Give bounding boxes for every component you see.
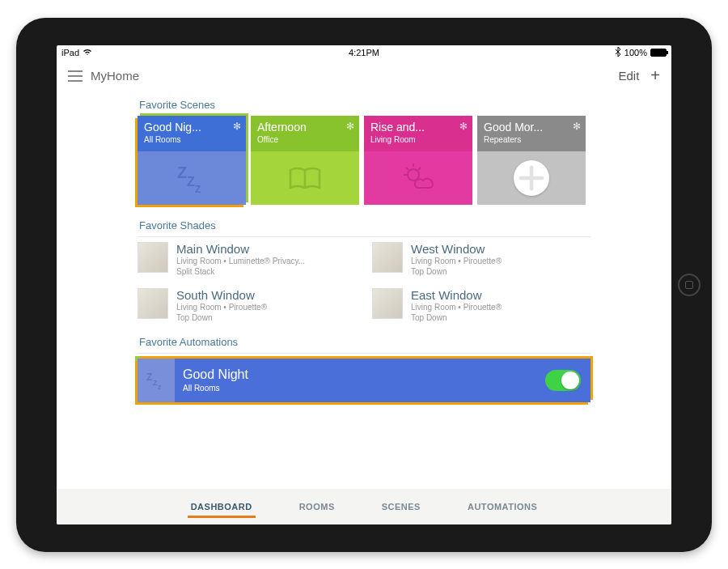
svg-text:Z: Z xyxy=(195,184,201,195)
scene-name: Afternoon xyxy=(257,121,353,134)
scene-name: Rise and... xyxy=(370,121,466,134)
tab-dashboard[interactable]: DASHBOARD xyxy=(188,490,256,523)
screen: iPad 4:21PM 100% MyHome Edit + xyxy=(57,45,671,524)
scene-room: Living Room xyxy=(370,135,466,144)
svg-line-7 xyxy=(418,168,421,170)
shade-name: South Window xyxy=(176,288,267,302)
scene-icon-area xyxy=(477,151,586,205)
automation-room: All Rooms xyxy=(183,384,545,393)
shade-meta: Split Stack xyxy=(176,266,305,277)
automation-row[interactable]: Z Z Z Good Night All Rooms xyxy=(138,359,590,402)
divider xyxy=(138,353,590,354)
shade-name: West Window xyxy=(411,242,502,256)
shade-meta: Living Room • Pirouette® xyxy=(411,302,502,312)
battery-icon xyxy=(650,49,667,57)
scene-room: Office xyxy=(257,135,353,144)
shade-item[interactable]: Main Window Living Room • Luminette® Pri… xyxy=(138,242,356,277)
scene-name: Good Nig... xyxy=(144,121,239,134)
ipad-home-button[interactable] xyxy=(678,274,700,296)
device-label: iPad xyxy=(61,48,79,57)
svg-text:Z: Z xyxy=(177,163,187,181)
automations-section-title: Favorite Automations xyxy=(139,336,590,348)
scene-room: Repeaters xyxy=(484,135,579,144)
menu-icon[interactable] xyxy=(68,70,83,82)
shades-grid: Main Window Living Room • Luminette® Pri… xyxy=(138,242,590,323)
shade-name: East Window xyxy=(411,288,502,302)
shade-meta: Living Room • Pirouette® xyxy=(176,302,267,312)
book-icon xyxy=(286,159,324,197)
scene-room: All Rooms xyxy=(144,135,239,144)
add-button[interactable]: + xyxy=(650,66,660,85)
svg-text:Z: Z xyxy=(187,175,195,189)
shade-meta: Top Down xyxy=(176,312,267,323)
shade-thumbnail xyxy=(138,288,168,319)
scene-icon-area: Z Z Z xyxy=(138,151,246,205)
shade-meta: Top Down xyxy=(411,266,502,277)
content-scroll[interactable]: Favorite Scenes Good Nig... All Rooms ✻ … xyxy=(57,92,671,489)
svg-line-6 xyxy=(406,168,408,170)
shade-meta: Living Room • Luminette® Privacy... xyxy=(176,256,305,266)
scene-name: Good Mor... xyxy=(484,121,579,134)
scene-card-good-night[interactable]: Good Nig... All Rooms ✻ Z Z Z xyxy=(138,116,246,205)
edit-button[interactable]: Edit xyxy=(618,69,639,83)
automation-toggle[interactable] xyxy=(545,370,581,391)
gear-icon[interactable]: ✻ xyxy=(233,121,241,132)
svg-text:Z: Z xyxy=(146,372,152,383)
sleep-icon: Z Z Z xyxy=(172,159,211,197)
battery-percent: 100% xyxy=(624,48,647,57)
divider xyxy=(138,236,590,237)
status-bar: iPad 4:21PM 100% xyxy=(57,45,671,60)
gear-icon[interactable]: ✻ xyxy=(346,121,354,132)
svg-text:Z: Z xyxy=(158,384,162,390)
scene-icon-area xyxy=(251,151,359,205)
shade-item[interactable]: South Window Living Room • Pirouette® To… xyxy=(138,288,356,323)
shade-meta: Living Room • Pirouette® xyxy=(411,256,502,266)
scene-card-afternoon[interactable]: Afternoon Office ✻ xyxy=(251,116,359,205)
scene-icon-area xyxy=(364,151,472,205)
wifi-icon xyxy=(83,48,92,57)
bluetooth-icon xyxy=(615,47,621,58)
shade-thumbnail xyxy=(138,242,168,273)
page-title: MyHome xyxy=(91,69,139,83)
gear-icon[interactable]: ✻ xyxy=(459,121,468,132)
shade-thumbnail xyxy=(372,242,403,273)
shade-thumbnail xyxy=(372,288,403,319)
shade-item[interactable]: East Window Living Room • Pirouette® Top… xyxy=(372,288,590,323)
tab-scenes[interactable]: SCENES xyxy=(379,490,424,523)
shades-section-title: Favorite Shades xyxy=(139,219,590,231)
clock: 4:21PM xyxy=(263,48,464,57)
tab-rooms[interactable]: ROOMS xyxy=(296,490,338,523)
scene-card-rise-and-shine[interactable]: Rise and... Living Room ✻ xyxy=(364,116,472,205)
automation-name: Good Night xyxy=(183,367,545,382)
shade-name: Main Window xyxy=(176,242,305,256)
plus-circle-icon xyxy=(514,160,549,196)
scene-card-good-morning[interactable]: Good Mor... Repeaters ✻ xyxy=(477,116,586,205)
shade-item[interactable]: West Window Living Room • Pirouette® Top… xyxy=(372,242,590,277)
ipad-frame: iPad 4:21PM 100% MyHome Edit + xyxy=(16,18,712,552)
tab-automations[interactable]: AUTOMATIONS xyxy=(464,490,540,523)
automation-thumbnail: Z Z Z xyxy=(138,359,175,402)
gear-icon[interactable]: ✻ xyxy=(573,121,581,132)
app-header: MyHome Edit + xyxy=(57,60,671,92)
scenes-section-title: Favorite Scenes xyxy=(139,99,590,111)
sleep-icon: Z Z Z xyxy=(145,369,167,392)
scenes-row: Good Nig... All Rooms ✻ Z Z Z xyxy=(138,116,590,205)
sun-cloud-icon xyxy=(399,159,438,197)
shade-meta: Top Down xyxy=(411,312,502,323)
tab-bar: DASHBOARD ROOMS SCENES AUTOMATIONS xyxy=(57,489,671,524)
svg-point-3 xyxy=(408,169,419,180)
